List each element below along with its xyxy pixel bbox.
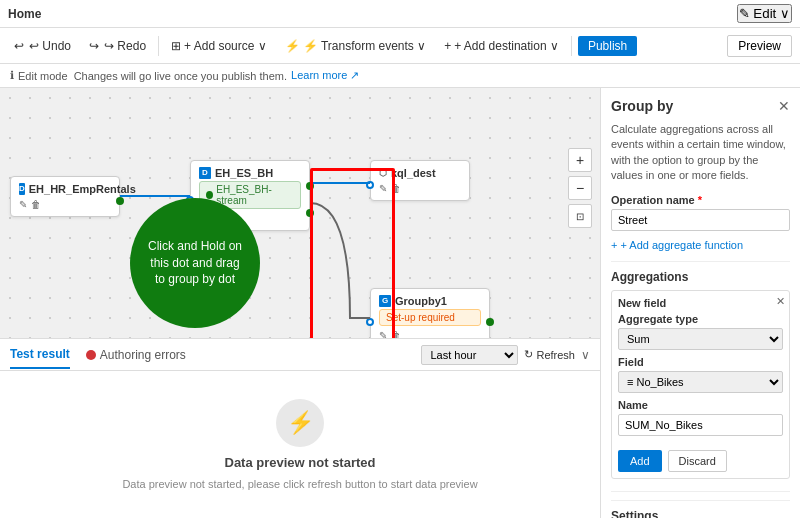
bottom-panel: Test result Authoring errors Last hour L…: [0, 338, 600, 518]
zoom-fit-button[interactable]: ⊡: [568, 204, 592, 228]
canvas-area: D EH_HR_EmpRentals ✎ 🗑 D EH_ES_BH EH_ES_…: [0, 88, 600, 518]
operation-name-label: Operation name *: [611, 194, 790, 206]
undo-button[interactable]: ↩ ↩ Undo: [8, 36, 77, 56]
node-eh-hr-actions: ✎ 🗑: [19, 199, 111, 210]
delete-icon-3[interactable]: 🗑: [391, 183, 401, 194]
panel-description: Calculate aggregations across all events…: [611, 122, 790, 184]
add-button[interactable]: Add: [618, 450, 662, 472]
aggregate-type-select[interactable]: Sum Count Min Max Average: [618, 328, 783, 350]
node-eh-hr-header: D EH_HR_EmpRentals: [19, 183, 111, 195]
transform-events-button[interactable]: ⚡ ⚡ Transform events ∨: [279, 36, 432, 56]
add-icon: +: [611, 239, 617, 251]
separator-1: [158, 36, 159, 56]
setup-label: Set-up required: [386, 312, 455, 323]
node-eh-hr-output-dot[interactable]: [116, 197, 124, 205]
node-eh-es-output-dot-bottom[interactable]: [306, 209, 314, 217]
add-source-icon: ⊞: [171, 39, 181, 53]
node-kql-input-dot[interactable]: [366, 181, 374, 189]
field-select[interactable]: ≡ No_Bikes No_Empty_Docks StationName: [618, 371, 783, 393]
aggregate-type-label: Aggregate type: [618, 313, 783, 325]
tab-authoring-errors[interactable]: Authoring errors: [86, 348, 186, 362]
eh-es-icon: D: [199, 167, 211, 179]
bottom-tab-right: Last hour Last 6 hours Last 24 hours ↻ R…: [421, 345, 590, 365]
tab-test-result[interactable]: Test result: [10, 341, 70, 369]
add-aggregate-link[interactable]: + + Add aggregate function: [611, 239, 790, 251]
refresh-icon: ↻: [524, 348, 533, 361]
info-text: Edit mode Changes will go live once you …: [18, 70, 287, 82]
refresh-label: Refresh: [536, 349, 575, 361]
preview-button[interactable]: Preview: [727, 35, 792, 57]
edit-button[interactable]: ✎ Edit ∨: [737, 4, 792, 23]
stream-icon: [206, 191, 213, 199]
node-groupby-input-dot[interactable]: [366, 318, 374, 326]
zoom-in-button[interactable]: +: [568, 148, 592, 172]
empty-state: ⚡ Data preview not started Data preview …: [0, 371, 600, 518]
empty-desc: Data preview not started, please click r…: [122, 478, 477, 490]
node-groupby-header: G Groupby1: [379, 295, 481, 307]
node-kql[interactable]: ⬡ kql_dest ✎ 🗑: [370, 160, 470, 201]
new-field-label: New field: [618, 297, 783, 309]
delete-icon[interactable]: 🗑: [31, 199, 41, 210]
aggregations-section-title: Aggregations: [611, 261, 790, 284]
groupby-icon: G: [379, 295, 391, 307]
node-eh-hr[interactable]: D EH_HR_EmpRentals ✎ 🗑: [10, 176, 120, 217]
agg-buttons: Add Discard: [618, 450, 783, 472]
undo-icon: ↩: [14, 39, 24, 53]
right-panel: Group by ✕ Calculate aggregations across…: [600, 88, 800, 518]
empty-title: Data preview not started: [225, 455, 376, 470]
settings-section: Settings Group aggregations by (optional…: [611, 491, 790, 518]
node-eh-es-header: D EH_ES_BH: [199, 167, 301, 179]
node-kql-header: ⬡ kql_dest: [379, 167, 461, 179]
node-eh-es-output-dot-top[interactable]: [306, 182, 314, 190]
transform-icon: ⚡: [285, 39, 300, 53]
settings-title: Settings: [611, 500, 790, 518]
authoring-errors-label: Authoring errors: [100, 348, 186, 362]
add-source-button[interactable]: ⊞ + Add source ∨: [165, 36, 273, 56]
add-destination-icon: +: [444, 39, 451, 53]
zoom-out-button[interactable]: −: [568, 176, 592, 200]
refresh-button[interactable]: ↻ Refresh: [524, 348, 575, 361]
required-star: *: [698, 194, 702, 206]
edit-icon[interactable]: ✎: [19, 199, 27, 210]
info-bar: ℹ Edit mode Changes will go live once yo…: [0, 64, 800, 88]
node-eh-es-title: EH_ES_BH: [215, 167, 273, 179]
name-label: Name: [618, 399, 783, 411]
node-groupby-output-dot[interactable]: [486, 318, 494, 326]
field-label: Field: [618, 356, 783, 368]
info-icon: ℹ: [10, 69, 14, 82]
instruction-bubble: Click and Hold on this dot and drag to g…: [130, 198, 260, 328]
expand-icon[interactable]: ∨: [581, 348, 590, 362]
node-eh-hr-title: EH_HR_EmpRentals: [29, 183, 136, 195]
error-dot: [86, 350, 96, 360]
name-input[interactable]: [618, 414, 783, 436]
node-kql-actions: ✎ 🗑: [379, 183, 461, 194]
page-title: Home: [8, 7, 41, 21]
node-groupby-sub: Set-up required: [379, 309, 481, 326]
learn-more-link[interactable]: Learn more ↗: [291, 69, 359, 82]
separator-2: [571, 36, 572, 56]
node-eh-es-stream-label: EH_ES_BH-stream: [216, 184, 294, 206]
operation-name-input[interactable]: [611, 209, 790, 231]
toolbar: ↩ ↩ Undo ↪ ↪ Redo ⊞ + Add source ∨ ⚡ ⚡ T…: [0, 28, 800, 64]
add-destination-button[interactable]: + + Add destination ∨: [438, 36, 565, 56]
time-range-select[interactable]: Last hour Last 6 hours Last 24 hours: [421, 345, 518, 365]
edit-icon-3[interactable]: ✎: [379, 183, 387, 194]
zoom-controls: + − ⊡: [568, 148, 592, 228]
redo-icon: ↪: [89, 39, 99, 53]
redo-button[interactable]: ↪ ↪ Redo: [83, 36, 152, 56]
node-groupby-title: Groupby1: [395, 295, 447, 307]
publish-button[interactable]: Publish: [578, 36, 637, 56]
discard-button[interactable]: Discard: [668, 450, 727, 472]
canvas[interactable]: D EH_HR_EmpRentals ✎ 🗑 D EH_ES_BH EH_ES_…: [0, 88, 600, 338]
node-groupby-actions: ✎ 🗑: [379, 330, 481, 338]
panel-close-button[interactable]: ✕: [778, 98, 790, 114]
bottom-tabs: Test result Authoring errors Last hour L…: [0, 339, 600, 371]
node-groupby[interactable]: G Groupby1 Set-up required ✎ 🗑: [370, 288, 490, 338]
panel-title: Group by: [611, 98, 673, 114]
delete-icon-4[interactable]: 🗑: [391, 330, 401, 338]
main-area: D EH_HR_EmpRentals ✎ 🗑 D EH_ES_BH EH_ES_…: [0, 88, 800, 518]
edit-icon-4[interactable]: ✎: [379, 330, 387, 338]
aggregation-card: ✕ New field Aggregate type Sum Count Min…: [611, 290, 790, 479]
bubble-text: Click and Hold on this dot and drag to g…: [146, 238, 244, 288]
agg-card-close-button[interactable]: ✕: [776, 295, 785, 308]
